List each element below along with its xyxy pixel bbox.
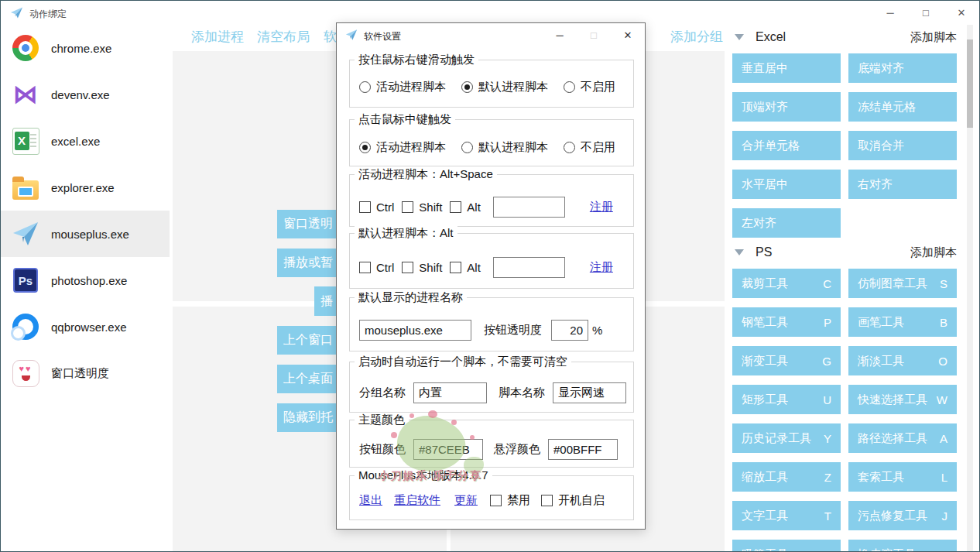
checkbox-option[interactable]: Shift — [402, 261, 442, 274]
script-button[interactable]: 垂直居中 — [732, 53, 841, 83]
script-button[interactable]: 仿制图章工具S — [848, 269, 957, 298]
script-button[interactable]: 缩放工具Z — [732, 462, 841, 492]
sidebar-item[interactable]: mouseplus.exe — [1, 211, 170, 257]
script-button[interactable]: 底端对齐 — [848, 53, 957, 83]
sidebar-item[interactable]: explorer.exe — [1, 164, 170, 211]
script-button[interactable]: 顶端对齐 — [732, 92, 841, 122]
script-name-input[interactable] — [553, 382, 626, 403]
opacity-input[interactable] — [551, 320, 588, 341]
script-button[interactable]: 快速选择工具W — [848, 385, 957, 414]
script-button[interactable]: 上个桌面 — [277, 365, 336, 393]
dialog-close-button[interactable]: ✕ — [611, 23, 645, 46]
checkbox-icon[interactable] — [450, 262, 461, 273]
script-button[interactable]: 污点修复工具J — [848, 501, 957, 530]
script-button[interactable]: 右对齐 — [848, 170, 957, 199]
close-button[interactable]: ✕ — [944, 1, 979, 24]
restart-link[interactable]: 重启软件 — [394, 493, 440, 508]
group-legend: 默认进程脚本：Alt — [355, 226, 457, 241]
script-button[interactable]: 文字工具T — [732, 501, 841, 530]
add-script-link[interactable]: 添加脚本 — [910, 245, 957, 260]
sidebar-item[interactable]: Psphotoshop.exe — [1, 257, 170, 303]
right-panel: Excel添加脚本垂直居中底端对齐顶端对齐冻结单元格合并单元格取消合并水平居中右… — [729, 22, 963, 552]
script-button[interactable]: 渐变工具G — [732, 346, 841, 375]
script-button[interactable]: 播放或暂 — [277, 249, 336, 277]
register-link[interactable]: 注册 — [590, 200, 613, 214]
scrollbar[interactable] — [967, 25, 973, 551]
script-button[interactable]: 画笔工具B — [848, 307, 957, 337]
script-button[interactable]: 裁剪工具C — [732, 269, 841, 298]
script-button[interactable]: 隐藏到托 — [277, 403, 336, 432]
script-button[interactable]: 窗口透明 — [277, 210, 336, 238]
script-button[interactable]: 左对齐 — [732, 208, 841, 238]
script-button[interactable]: 历史记录工具Y — [732, 423, 841, 453]
script-button[interactable]: 播 — [314, 286, 336, 316]
hover-color-input[interactable] — [548, 439, 618, 460]
script-button[interactable]: 冻结单元格 — [848, 92, 957, 122]
script-button-label: 历史记录工具 — [742, 431, 811, 446]
sidebar-item[interactable]: excel.exe — [1, 118, 170, 164]
radio-icon[interactable] — [359, 81, 371, 93]
script-button[interactable]: 上个窗口 — [277, 326, 336, 355]
script-button[interactable]: 渐淡工具O — [848, 346, 957, 375]
collapse-triangle-icon[interactable] — [735, 249, 744, 255]
checkbox-icon[interactable] — [359, 262, 371, 273]
update-link[interactable]: 更新 — [454, 493, 478, 508]
button-color-input[interactable] — [413, 439, 483, 460]
checkbox-option[interactable]: Ctrl — [359, 261, 394, 274]
dialog-maximize-button[interactable]: □ — [577, 23, 611, 46]
script-button[interactable]: 吸管工具I — [732, 540, 841, 552]
sidebar-item[interactable]: ⋈devenv.exe — [1, 71, 170, 118]
radio-icon[interactable] — [461, 81, 473, 93]
script-button[interactable]: 矩形工具U — [732, 385, 841, 414]
script-button[interactable]: 路径选择工具A — [848, 423, 957, 453]
minimize-button[interactable]: ─ — [872, 1, 908, 24]
radio-option[interactable]: 活动进程脚本 — [359, 80, 446, 94]
script-button[interactable]: 钢笔工具P — [732, 307, 841, 337]
checkbox-icon[interactable] — [541, 495, 553, 506]
radio-option[interactable]: 不启用 — [564, 140, 615, 155]
exit-link[interactable]: 退出 — [359, 493, 382, 508]
script-button[interactable]: 水平居中 — [732, 170, 841, 199]
radio-icon[interactable] — [564, 81, 575, 93]
checkbox-icon[interactable] — [359, 201, 371, 213]
radio-icon[interactable] — [564, 142, 575, 153]
radio-icon[interactable] — [359, 142, 371, 153]
script-button[interactable]: 合并单元格 — [732, 131, 841, 160]
hotkey-input[interactable] — [493, 257, 565, 278]
nav-item[interactable]: 清空布局 — [257, 28, 310, 46]
checkbox-icon[interactable] — [450, 201, 461, 213]
scrollbar-thumb[interactable] — [967, 39, 973, 128]
collapse-triangle-icon[interactable] — [735, 34, 744, 40]
radio-option[interactable]: 活动进程脚本 — [359, 140, 446, 155]
sidebar-item[interactable]: chrome.exe — [1, 25, 170, 71]
process-name-input[interactable] — [359, 320, 471, 341]
checkbox-icon[interactable] — [490, 495, 502, 506]
maximize-button[interactable]: □ — [908, 1, 944, 24]
checkbox-option[interactable]: Alt — [450, 201, 481, 214]
dialog-minimize-button[interactable]: ─ — [543, 23, 577, 46]
sidebar-item[interactable]: 窗口透明度 — [1, 350, 170, 396]
sidebar-item[interactable]: qqbrowser.exe — [1, 303, 170, 350]
add-script-link[interactable]: 添加脚本 — [910, 30, 957, 45]
script-button[interactable]: 取消合并 — [848, 131, 957, 160]
checkbox-option[interactable]: Ctrl — [359, 201, 394, 214]
nav-item[interactable]: 添加分组 — [670, 28, 723, 46]
checkbox-option[interactable]: Shift — [402, 201, 442, 214]
radio-option[interactable]: 默认进程脚本 — [461, 80, 548, 94]
register-link[interactable]: 注册 — [590, 260, 613, 275]
radio-icon[interactable] — [461, 142, 473, 153]
radio-option[interactable]: 默认进程脚本 — [461, 140, 548, 155]
nav-item[interactable]: 添加进程 — [191, 28, 244, 46]
script-button[interactable]: 套索工具L — [848, 462, 957, 492]
checkbox-icon[interactable] — [402, 201, 413, 213]
script-button[interactable]: 橡皮擦工具E — [848, 540, 957, 552]
script-button-label: 仿制图章工具 — [858, 276, 927, 291]
group-name-input[interactable] — [413, 382, 487, 403]
radio-option[interactable]: 不启用 — [564, 80, 615, 94]
script-button-key: Y — [819, 432, 831, 445]
checkbox-icon[interactable] — [402, 262, 413, 273]
checkbox-option[interactable]: 开机自启 — [541, 493, 605, 508]
hotkey-input[interactable] — [493, 197, 565, 218]
checkbox-option[interactable]: 禁用 — [490, 493, 530, 508]
checkbox-option[interactable]: Alt — [450, 261, 481, 274]
